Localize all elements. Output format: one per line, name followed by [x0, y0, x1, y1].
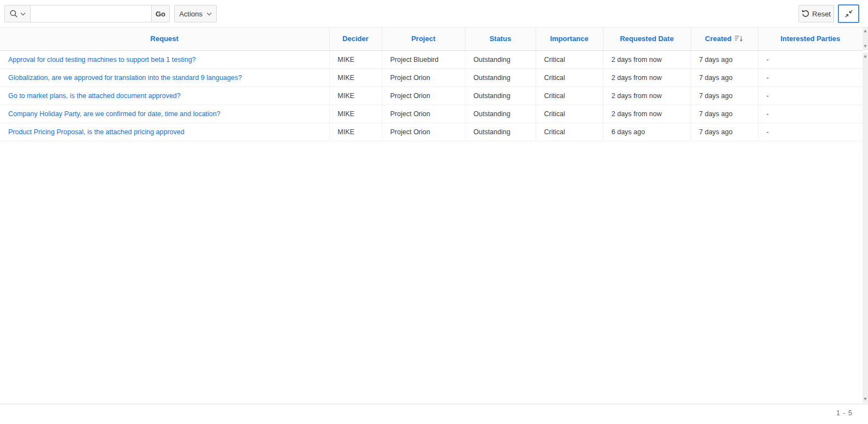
cell-status: Outstanding: [465, 87, 536, 105]
collapse-region-button[interactable]: [838, 4, 859, 23]
report-table: RequestDeciderProjectStatusImportanceReq…: [0, 27, 863, 141]
cell-created: 7 days ago: [691, 50, 758, 68]
table-row: Approval for cloud testing machines to s…: [0, 50, 863, 68]
cell-project: Project Orion: [382, 105, 465, 123]
cell-decider: MIKE: [329, 68, 382, 87]
cell-request: Product Pricing Proposal, is the attache…: [0, 123, 329, 141]
cell-decider: MIKE: [329, 123, 382, 141]
column-header-requested_date[interactable]: Requested Date: [603, 27, 691, 50]
header-scrollbar[interactable]: [863, 27, 868, 50]
cell-project: Project Orion: [382, 123, 465, 141]
request-link[interactable]: Go to market plans, is the attached docu…: [8, 92, 181, 100]
search-column-select-button[interactable]: [4, 5, 31, 22]
reset-label: Reset: [812, 10, 831, 18]
table-row: Product Pricing Proposal, is the attache…: [0, 123, 863, 141]
cell-interested_parties: -: [758, 105, 863, 123]
table-row: Go to market plans, is the attached docu…: [0, 87, 863, 105]
actions-menu-button[interactable]: Actions: [174, 5, 217, 22]
chevron-down-icon: [206, 12, 212, 16]
scroll-up-arrow-icon[interactable]: [864, 30, 867, 32]
column-header-decider[interactable]: Decider: [329, 27, 382, 50]
column-header-status[interactable]: Status: [465, 27, 536, 50]
request-link[interactable]: Product Pricing Proposal, is the attache…: [8, 128, 185, 136]
cell-project: Project Orion: [382, 68, 465, 87]
column-header-label: Requested Date: [620, 35, 674, 43]
cell-importance: Critical: [536, 87, 603, 105]
column-header-label: Status: [490, 35, 511, 43]
interactive-report-page: Go Actions Reset: [0, 0, 868, 424]
cell-created: 7 days ago: [691, 87, 758, 105]
column-header-label: Project: [411, 35, 435, 43]
scroll-down-arrow-icon[interactable]: [864, 45, 867, 48]
report-toolbar: Go Actions Reset: [0, 0, 868, 27]
report-region: RequestDeciderProjectStatusImportanceReq…: [0, 27, 863, 141]
cell-request: Globalization, are we approved for trans…: [0, 68, 329, 87]
scroll-up-arrow-icon[interactable]: [864, 55, 867, 58]
table-row: Globalization, are we approved for trans…: [0, 68, 863, 87]
actions-label: Actions: [179, 10, 203, 18]
cell-project: Project Orion: [382, 87, 465, 105]
pagination-range: 1 - 5: [836, 409, 853, 417]
column-header-importance[interactable]: Importance: [536, 27, 603, 50]
sort-descending-icon: [734, 35, 744, 43]
cell-request: Company Holiday Party, are we confirmed …: [0, 105, 329, 123]
cell-decider: MIKE: [329, 105, 382, 123]
column-header-request[interactable]: Request: [0, 27, 329, 50]
column-header-created[interactable]: Created: [691, 27, 758, 50]
table-header-row: RequestDeciderProjectStatusImportanceReq…: [0, 27, 863, 50]
restore-collapse-icon: [844, 9, 853, 18]
column-header-label: Created: [705, 35, 731, 43]
column-header-interested_parties[interactable]: Interested Parties: [758, 27, 863, 50]
body-scrollbar[interactable]: [863, 53, 868, 403]
cell-status: Outstanding: [465, 105, 536, 123]
cell-status: Outstanding: [465, 68, 536, 87]
column-header-label: Request: [151, 35, 179, 43]
cell-interested_parties: -: [758, 87, 863, 105]
cell-importance: Critical: [536, 123, 603, 141]
request-link[interactable]: Approval for cloud testing machines to s…: [8, 56, 196, 64]
column-header-label: Interested Parties: [780, 35, 840, 43]
cell-interested_parties: -: [758, 50, 863, 68]
cell-created: 7 days ago: [691, 105, 758, 123]
cell-status: Outstanding: [465, 50, 536, 68]
reset-arrow-icon: [802, 10, 809, 18]
cell-interested_parties: -: [758, 68, 863, 87]
cell-decider: MIKE: [329, 87, 382, 105]
cell-decider: MIKE: [329, 50, 382, 68]
report-footer: 1 - 5: [0, 404, 868, 424]
column-header-project[interactable]: Project: [382, 27, 465, 50]
cell-importance: Critical: [536, 68, 603, 87]
cell-importance: Critical: [536, 105, 603, 123]
chevron-down-icon: [20, 12, 26, 16]
cell-created: 7 days ago: [691, 123, 758, 141]
request-link[interactable]: Company Holiday Party, are we confirmed …: [8, 110, 220, 118]
column-header-label: Decider: [342, 35, 369, 43]
cell-requested_date: 2 days from now: [603, 105, 691, 123]
table-row: Company Holiday Party, are we confirmed …: [0, 105, 863, 123]
cell-created: 7 days ago: [691, 68, 758, 87]
scroll-down-arrow-icon[interactable]: [864, 398, 867, 400]
cell-requested_date: 2 days from now: [603, 50, 691, 68]
sort-descending-icon: [734, 35, 744, 43]
go-button[interactable]: Go: [151, 5, 170, 22]
column-header-label: Importance: [550, 35, 588, 43]
magnifier-icon: [9, 9, 18, 18]
cell-interested_parties: -: [758, 123, 863, 141]
cell-requested_date: 2 days from now: [603, 87, 691, 105]
cell-request: Approval for cloud testing machines to s…: [0, 50, 329, 68]
cell-status: Outstanding: [465, 123, 536, 141]
cell-importance: Critical: [536, 50, 603, 68]
cell-requested_date: 2 days from now: [603, 68, 691, 87]
cell-project: Project Bluebird: [382, 50, 465, 68]
reset-button[interactable]: Reset: [798, 5, 834, 22]
cell-request: Go to market plans, is the attached docu…: [0, 87, 329, 105]
request-link[interactable]: Globalization, are we approved for trans…: [8, 74, 242, 82]
search-input[interactable]: [30, 5, 152, 22]
cell-requested_date: 6 days ago: [603, 123, 691, 141]
